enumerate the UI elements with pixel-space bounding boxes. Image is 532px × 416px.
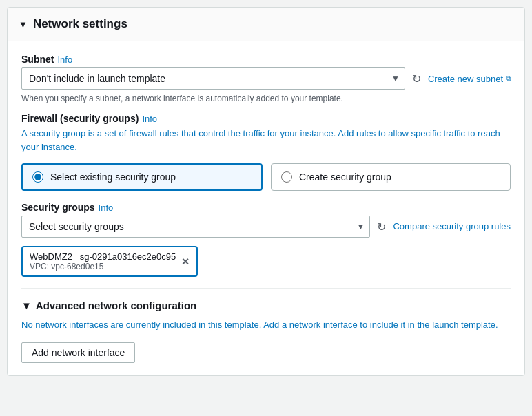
subnet-info-link[interactable]: Info [57,54,72,65]
sg-tag-name-id: WebDMZ2 sg-0291a0316ec2e0c95 [30,251,176,262]
subnet-select-wrapper: Don't include in launch template ▼ [21,67,405,90]
subnet-select-row: Don't include in launch template ▼ ↻ Cre… [21,67,511,90]
advanced-network-header: ▼ Advanced network configuration [21,300,511,311]
security-groups-select-wrapper: Select security groups ▼ [21,216,370,238]
select-existing-sg-option[interactable]: Select existing security group [21,163,263,191]
add-network-interface-button[interactable]: Add network interface [21,342,135,363]
firewall-label: Firewall (security groups) Info [21,113,511,124]
firewall-description: A security group is a set of firewall ru… [21,127,511,154]
sg-refresh-icon[interactable]: ↻ [377,220,386,233]
security-groups-info-link[interactable]: Info [99,202,114,213]
external-link-icon: ⧉ [506,74,511,83]
subnet-label: Subnet Info [21,54,511,65]
security-groups-select-row: Select security groups ▼ ↻ Compare secur… [21,216,511,238]
panel-body: Subnet Info Don't include in launch temp… [8,41,524,375]
security-groups-label: Security groups Info [21,202,511,213]
create-sg-radio[interactable] [281,171,292,183]
selected-sg-container: WebDMZ2 sg-0291a0316ec2e0c95 VPC: vpc-68… [21,242,511,277]
security-groups-select[interactable]: Select security groups [21,216,370,238]
security-group-radio-group: Select existing security group Create se… [21,163,511,191]
compare-sg-rules-link[interactable]: Compare security group rules [393,220,511,233]
advanced-network-title: Advanced network configuration [36,300,196,311]
no-interface-text: No network interfaces are currently incl… [21,318,511,333]
sg-tag-vpc: VPC: vpc-68ed0e15 [30,262,176,271]
create-sg-option[interactable]: Create security group [271,163,511,191]
subnet-refresh-icon[interactable]: ↻ [412,72,421,85]
advanced-chevron-icon: ▼ [21,300,32,311]
panel-header: ▼ Network settings [8,8,524,41]
panel-title: Network settings [33,17,127,31]
network-settings-panel: ▼ Network settings Subnet Info Don't inc… [7,7,525,376]
select-existing-sg-radio[interactable] [32,171,43,183]
section-divider [21,288,511,289]
sg-tag: WebDMZ2 sg-0291a0316ec2e0c95 VPC: vpc-68… [21,246,198,277]
sg-tag-close-button[interactable]: ✕ [181,257,190,267]
firewall-info-link[interactable]: Info [142,114,157,124]
sg-tag-content: WebDMZ2 sg-0291a0316ec2e0c95 VPC: vpc-68… [30,251,176,271]
select-existing-sg-label: Select existing security group [50,171,176,183]
chevron-icon: ▼ [19,19,28,30]
create-sg-label: Create security group [299,171,391,183]
subnet-select[interactable]: Don't include in launch template [21,67,405,90]
create-new-subnet-link[interactable]: Create new subnet ⧉ [428,74,511,84]
subnet-hint: When you specify a subnet, a network int… [21,94,511,103]
